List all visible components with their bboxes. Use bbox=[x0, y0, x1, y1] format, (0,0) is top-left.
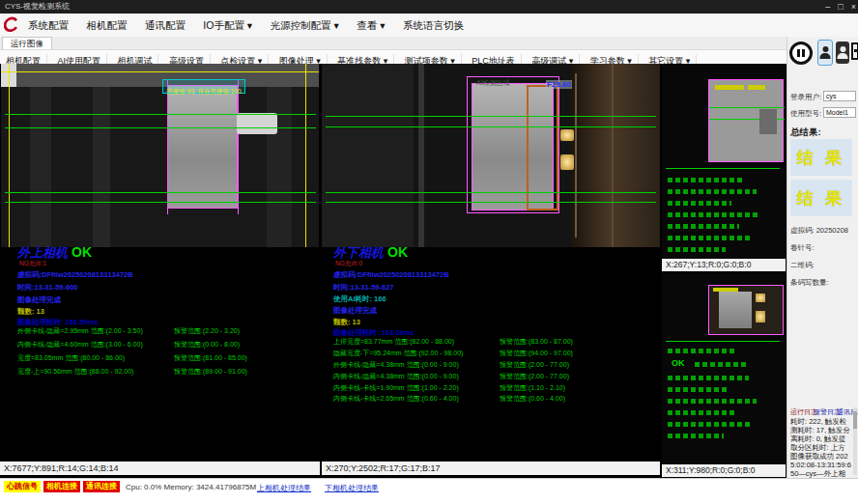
machine-brown-block bbox=[571, 64, 660, 247]
text-line bbox=[668, 236, 753, 240]
brightness-overlay-label: 亮度值:93, 符合亮度值:100 bbox=[166, 88, 241, 95]
focus-value-label: F23.60 bbox=[546, 80, 572, 89]
machine-texture bbox=[30, 87, 51, 247]
battery-cell-region bbox=[167, 85, 238, 209]
thumb-bottom-image[interactable]: OK bbox=[662, 273, 786, 464]
measure-line bbox=[326, 202, 656, 203]
side-panel: 登录用户: cys 使用型号: Model1 总结果: 结 果 结 果 虚拟码:… bbox=[786, 37, 858, 478]
measure-line bbox=[709, 107, 785, 108]
glow-spot bbox=[756, 311, 765, 322]
brightness-overlay-box: 亮度值:93, 符合亮度值:100 bbox=[162, 79, 245, 94]
exit-button[interactable] bbox=[851, 41, 858, 65]
menu-system-config[interactable]: 系统配置 bbox=[21, 14, 75, 37]
left-ok-status: OK bbox=[68, 244, 92, 260]
pause-icon bbox=[802, 49, 805, 57]
left-coord-readout: X:7677;Y:891;R:14;G:14;B:14 bbox=[0, 462, 320, 475]
measure-line bbox=[5, 202, 316, 203]
exit-arrow-icon bbox=[854, 49, 858, 52]
glow-spot bbox=[560, 129, 574, 141]
center-camera-image[interactable]: AI检测区域 F23.60 bbox=[322, 64, 660, 247]
yellow-guide-line bbox=[9, 64, 10, 247]
user-icon bbox=[838, 46, 848, 59]
cpu-memory-readout: Cpu: 0.0% Memory: 3424.41796875M bbox=[126, 483, 256, 491]
warn-range: 预警范围:(94.00 - 97.00) bbox=[500, 349, 573, 358]
warn-range: 预警范围:(0.00 - 8.00) bbox=[174, 340, 240, 350]
upper-camera-result-link[interactable]: 上相机处理结果 bbox=[257, 483, 311, 493]
thumb-grey-cell bbox=[719, 292, 752, 328]
left-time: 时间:13-31-59-600 bbox=[17, 283, 78, 293]
thumb-overlay-label bbox=[713, 288, 738, 292]
thumb-dark-patch bbox=[759, 109, 777, 134]
left-camera-name: 外上相机 bbox=[17, 245, 68, 260]
minimize-icon[interactable]: – bbox=[825, 0, 830, 14]
menu-comm-config[interactable]: 通讯配置 bbox=[138, 14, 192, 37]
magenta-edge-line bbox=[167, 79, 168, 214]
menu-light-config[interactable]: 光源控制配置 ▾ bbox=[264, 14, 346, 37]
machine-top-band bbox=[1, 64, 319, 87]
text-line bbox=[668, 178, 743, 182]
center-count: 颗数: 13 bbox=[333, 318, 360, 327]
center-process-done: 图像处理完成 bbox=[333, 306, 377, 316]
measure-line bbox=[326, 192, 656, 193]
thumb-panel-bottom: OK X:311;Y:980;R:0;G:0;B:0 bbox=[662, 273, 786, 477]
heartbeat-status-badge: 心跳信号 bbox=[4, 481, 41, 492]
measure-line bbox=[5, 114, 316, 115]
glow-spot bbox=[756, 294, 765, 302]
left-camera-panel: 亮度值:93, 符合亮度值:100 外上相机OK NG允许:1 虚拟码:DFfi… bbox=[0, 64, 320, 475]
measure-value: 内侧卡线-卡线=2.65mm 范围:(0.60 - 4.00) bbox=[333, 395, 459, 402]
user-switch-button[interactable] bbox=[836, 42, 849, 64]
yellow-guide-line bbox=[1, 71, 319, 72]
center-camera-panel: AI检测区域 F23.60 外下相机OK NG允许:0 虚拟码:DFfiiw20… bbox=[322, 64, 660, 475]
yellow-guide-line bbox=[305, 64, 306, 247]
text-line bbox=[668, 410, 737, 415]
menu-view[interactable]: 查看 ▾ bbox=[350, 14, 391, 37]
warn-range: 预警范围:(1.10 - 2.10) bbox=[500, 383, 565, 393]
measure-value: 隐藏宽度-下=95.24mm 范围:(92.00 - 98.00) bbox=[333, 350, 463, 356]
magenta-edge-line bbox=[238, 79, 239, 214]
center-ai-elapsed: 使用AI耗时: 166 bbox=[333, 294, 386, 304]
window-title: CYS-视觉检测系统 bbox=[5, 0, 70, 14]
thumb-overlay-label bbox=[748, 85, 765, 90]
menu-camera-config[interactable]: 相机配置 bbox=[79, 14, 133, 37]
left-camera-image[interactable]: 亮度值:93, 符合亮度值:100 bbox=[1, 64, 319, 247]
machine-texture bbox=[267, 87, 292, 247]
lower-camera-result-link[interactable]: 下相机处理结果 bbox=[325, 483, 379, 493]
left-virtual-code: 虚拟码:DFfiiw2025020813313472B bbox=[17, 270, 133, 280]
camera-connection-badge: 相机连接 bbox=[43, 481, 80, 492]
menu-language-switch[interactable]: 系统语言切换 bbox=[396, 14, 471, 37]
measure-row: 内侧卡线-卡线=2.65mm 范围:(0.60 - 4.00) 预警范围:(0.… bbox=[333, 394, 652, 404]
close-icon[interactable]: × bbox=[851, 0, 856, 14]
center-ok-status: OK bbox=[384, 244, 408, 260]
center-ng-allow: NG允许:0 bbox=[335, 260, 362, 268]
glow-spot bbox=[560, 154, 574, 170]
text-line bbox=[668, 349, 735, 353]
model-input[interactable]: Model1 bbox=[823, 107, 856, 118]
app-window: CYS-视觉检测系统 – □ × 系统配置 相机配置 通讯配置 IO手配置 ▾ … bbox=[0, 0, 858, 504]
warn-range: 预警范围:(2.00 - 77.00) bbox=[500, 360, 569, 370]
login-user-input[interactable]: cys bbox=[823, 91, 856, 101]
tab-run-image[interactable]: 运行图像 bbox=[2, 37, 52, 49]
total-result-label: 总结果: bbox=[790, 126, 821, 139]
measure-value: 内侧卡线-卡线=1.90mm 范围:(1.00 - 2.20) bbox=[333, 384, 459, 391]
warn-range: 预警范围:(89.00 - 91.00) bbox=[174, 367, 247, 377]
text-line bbox=[668, 376, 749, 380]
text-line bbox=[668, 387, 729, 392]
login-user-label: 登录用户: bbox=[790, 93, 821, 102]
user-mode-button-selected[interactable] bbox=[817, 40, 833, 66]
log-scrollbar[interactable] bbox=[853, 407, 857, 475]
text-line bbox=[668, 247, 726, 252]
thumb-cell-region bbox=[708, 79, 784, 162]
measure-value: 外侧卡线-隐藏=4.38mm 范围:(0.00 - 9.00) bbox=[333, 361, 459, 368]
menu-io-config[interactable]: IO手配置 ▾ bbox=[196, 14, 259, 37]
measure-row: 内侧卡线-卡线=1.90mm 范围:(1.00 - 2.20) 预警范围:(1.… bbox=[333, 383, 652, 393]
measure-value: 上排宽度=83.77mm 范围:(82.00 - 88.00) bbox=[333, 338, 454, 345]
scrollbar-thumb[interactable] bbox=[853, 411, 857, 429]
machine-texture bbox=[418, 64, 424, 247]
text-line bbox=[668, 422, 753, 427]
pause-button[interactable] bbox=[789, 42, 813, 65]
thumb-top-image[interactable] bbox=[662, 64, 786, 259]
comm-connection-badge: 通讯连接 bbox=[83, 481, 120, 492]
maximize-icon[interactable]: □ bbox=[838, 0, 843, 14]
pause-icon bbox=[797, 49, 800, 57]
center-virtual-code: 虚拟码:DFfiiw2025020813313472B bbox=[333, 270, 449, 280]
